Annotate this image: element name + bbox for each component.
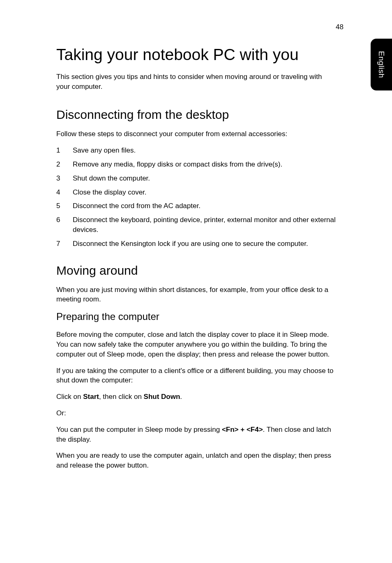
list-item: Shut down the computer.	[56, 174, 336, 183]
text-span: .	[180, 393, 182, 401]
intro-paragraph: This section gives you tips and hints to…	[56, 72, 336, 92]
list-item: Disconnect the Kensington lock if you ar…	[56, 239, 336, 249]
section2-intro: When you are just moving within short di…	[56, 285, 336, 305]
bold-shutdown: Shut Down	[144, 393, 180, 401]
subsection-heading-preparing: Preparing the computer	[56, 311, 336, 322]
list-item: Close the display cover.	[56, 188, 336, 197]
section-heading-moving: Moving around	[56, 264, 336, 278]
body-paragraph: Click on Start, then click on Shut Down.	[56, 392, 336, 402]
body-paragraph: You can put the computer in Sleep mode b…	[56, 425, 336, 445]
page-title: Taking your notebook PC with you	[56, 45, 336, 65]
section1-intro: Follow these steps to disconnect your co…	[56, 129, 336, 139]
body-paragraph: Or:	[56, 408, 336, 418]
body-paragraph: When you are ready to use the computer a…	[56, 451, 336, 470]
list-item: Disconnect the cord from the AC adapter.	[56, 201, 336, 211]
text-span: , then click on	[99, 393, 144, 401]
body-paragraph: If you are taking the computer to a clie…	[56, 366, 336, 386]
bold-start: Start	[83, 393, 99, 401]
list-item: Disconnect the keyboard, pointing device…	[56, 215, 336, 235]
page-content: Taking your notebook PC with you This se…	[56, 45, 336, 477]
language-tab: English	[371, 39, 392, 90]
text-span: Click on	[56, 393, 83, 401]
page-number: 48	[336, 23, 344, 31]
bold-keycombo: <Fn> + <F4>	[222, 426, 263, 433]
disconnect-steps-list: Save any open files. Remove any media, f…	[56, 146, 336, 248]
list-item: Remove any media, floppy disks or compac…	[56, 160, 336, 169]
section-heading-disconnecting: Disconnecting from the desktop	[56, 108, 336, 122]
body-paragraph: Before moving the computer, close and la…	[56, 330, 336, 359]
language-tab-label: English	[377, 51, 386, 78]
list-item: Save any open files.	[56, 146, 336, 155]
text-span: You can put the computer in Sleep mode b…	[56, 426, 222, 433]
